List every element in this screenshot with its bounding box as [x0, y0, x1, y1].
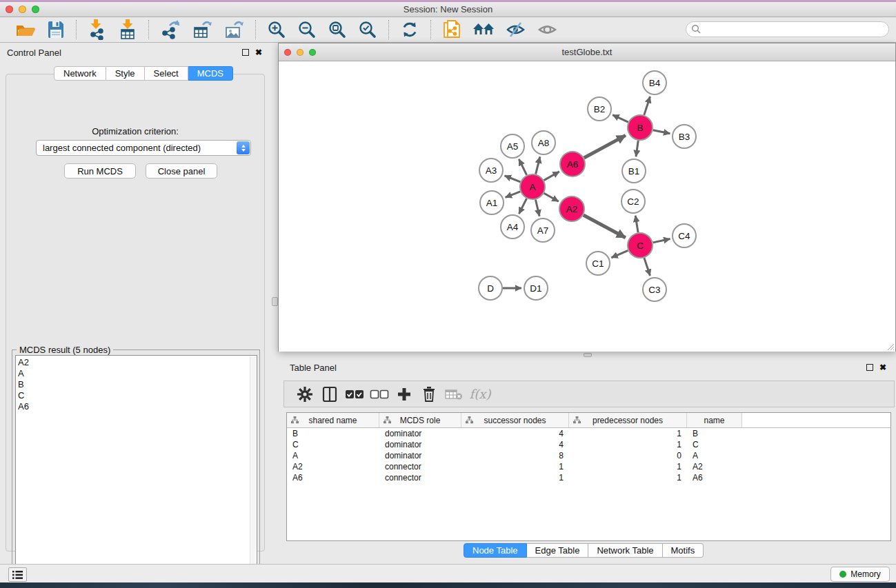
graph-edge-B-B4[interactable] — [644, 97, 650, 115]
cell-shared-name[interactable]: A2 — [287, 461, 379, 472]
mcds-result-list[interactable]: A2ABCA6 — [15, 355, 257, 576]
network-canvas[interactable]: AA1A2A3A4A5A6A7A8BB1B2B3B4CC1C2C3C4DD1 — [279, 61, 895, 352]
mcds-result-item[interactable]: A6 — [18, 401, 257, 412]
table-settings-button[interactable] — [292, 383, 317, 406]
refresh-button[interactable] — [395, 19, 425, 41]
hide-panel-eye-button[interactable] — [500, 19, 532, 41]
tab-motifs[interactable]: Motifs — [663, 543, 704, 558]
import-table-button[interactable] — [112, 19, 143, 41]
graph-edge-C-C2[interactable] — [635, 216, 638, 233]
mcds-result-item[interactable]: C — [18, 390, 257, 401]
cell-shared-name[interactable]: C — [287, 439, 379, 450]
close-window-button[interactable] — [6, 6, 13, 13]
tab-node-table[interactable]: Node Table — [464, 543, 527, 558]
horizontal-splitter-grip[interactable] — [584, 353, 592, 357]
export-table-button[interactable] — [186, 19, 218, 41]
zoom-out-button[interactable] — [292, 19, 322, 41]
task-history-button[interactable] — [8, 567, 27, 582]
cell-shared-name[interactable]: A — [287, 450, 379, 461]
table-row[interactable]: Adominator80A — [287, 450, 890, 461]
export-network-button[interactable] — [155, 19, 186, 41]
column-header-predecessor-nodes[interactable]: predecessor nodes — [569, 413, 687, 427]
cell-MCDS-role[interactable]: connector — [379, 472, 461, 483]
tab-mcds[interactable]: MCDS — [188, 66, 233, 81]
graph-edge-B-B1[interactable] — [636, 141, 638, 156]
criterion-select[interactable]: largest connected component (directed) — [36, 140, 251, 156]
graph-edge-C-C3[interactable] — [644, 258, 650, 276]
run-mcds-button[interactable]: Run MCDS — [64, 163, 136, 179]
function-builder-button[interactable]: f(x) — [466, 383, 491, 406]
mcds-result-item[interactable]: A — [18, 368, 257, 379]
close-panel-icon[interactable]: ✖ — [255, 49, 262, 56]
cell-MCDS-role[interactable]: dominator — [379, 450, 461, 461]
mcds-list-scrollbar[interactable] — [250, 356, 256, 576]
mcds-result-item[interactable]: A2 — [18, 357, 257, 368]
add-column-button[interactable] — [392, 383, 417, 406]
vertical-splitter-grip[interactable] — [272, 297, 278, 306]
tab-select[interactable]: Select — [145, 66, 188, 81]
column-header-successor-nodes[interactable]: successor nodes — [461, 413, 569, 427]
zoom-in-button[interactable] — [261, 19, 292, 41]
cell-successor-nodes[interactable]: 8 — [461, 450, 569, 461]
graph-edge-A-A2[interactable] — [544, 193, 559, 201]
cell-successor-nodes[interactable]: 1 — [461, 461, 569, 472]
column-header-MCDS-role[interactable]: MCDS role — [379, 413, 461, 427]
graph-edge-A-A6[interactable] — [544, 172, 559, 181]
cell-successor-nodes[interactable]: 4 — [461, 439, 569, 450]
cell-successor-nodes[interactable]: 1 — [461, 472, 569, 483]
graph-edge-A-A3[interactable] — [505, 176, 521, 182]
zoom-window-button[interactable] — [32, 6, 39, 13]
graph-edge-C-C4[interactable] — [653, 239, 670, 243]
table-row[interactable]: A6connector11A6 — [287, 472, 890, 483]
export-image-button[interactable] — [218, 19, 250, 41]
table-row[interactable]: A2connector11A2 — [287, 461, 890, 472]
graph-edge-A-A5[interactable] — [519, 159, 526, 175]
graph-edge-B-B3[interactable] — [653, 130, 670, 134]
close-network-button[interactable] — [284, 49, 291, 56]
cell-MCDS-role[interactable]: dominator — [379, 439, 461, 450]
home-networks-button[interactable] — [467, 19, 500, 41]
import-network-button[interactable] — [82, 19, 112, 41]
cell-name[interactable]: A2 — [687, 461, 742, 472]
graph-edge-A-A8[interactable] — [536, 156, 540, 174]
show-panel-eye-button[interactable] — [532, 19, 564, 41]
float-table-panel-icon[interactable] — [866, 364, 873, 371]
graph-edge-A2-C[interactable] — [584, 215, 626, 238]
close-panel-button[interactable]: Close panel — [146, 163, 217, 179]
close-table-panel-icon[interactable]: ✖ — [879, 364, 886, 371]
cell-name[interactable]: B — [687, 428, 742, 439]
table-row[interactable]: Bdominator41B — [287, 428, 890, 439]
network-window-titlebar[interactable]: testGlobe.txt — [279, 43, 895, 61]
cell-shared-name[interactable]: A6 — [287, 472, 379, 483]
graph-edge-A-A7[interactable] — [535, 200, 539, 216]
column-header-name[interactable]: name — [687, 413, 742, 427]
float-panel-icon[interactable] — [242, 49, 249, 56]
window-resize-grip[interactable] — [885, 341, 895, 351]
mcds-result-item[interactable]: B — [18, 379, 257, 390]
cell-predecessor-nodes[interactable]: 1 — [569, 461, 687, 472]
cell-predecessor-nodes[interactable]: 0 — [569, 450, 687, 461]
cell-shared-name[interactable]: B — [287, 428, 379, 439]
hide-all-columns-button[interactable] — [367, 383, 392, 406]
new-session-from-network-button[interactable] — [437, 19, 467, 41]
graph-edge-A-A4[interactable] — [519, 199, 526, 214]
column-layout-button[interactable] — [317, 383, 342, 406]
table-row[interactable]: Cdominator41C — [287, 439, 890, 450]
zoom-fit-button[interactable] — [322, 19, 352, 41]
cell-MCDS-role[interactable]: dominator — [379, 428, 461, 439]
save-session-button[interactable] — [41, 19, 70, 41]
cell-predecessor-nodes[interactable]: 1 — [569, 439, 687, 450]
minimize-network-button[interactable] — [297, 49, 303, 56]
show-all-columns-button[interactable] — [342, 383, 367, 406]
tab-network[interactable]: Network — [54, 66, 106, 81]
cell-successor-nodes[interactable]: 4 — [461, 428, 569, 439]
graph-edge-B-B2[interactable] — [613, 115, 628, 122]
delete-table-button[interactable] — [441, 383, 466, 406]
zoom-selected-button[interactable] — [352, 19, 383, 41]
tab-style[interactable]: Style — [106, 66, 145, 81]
cell-predecessor-nodes[interactable]: 1 — [569, 428, 687, 439]
cell-predecessor-nodes[interactable]: 1 — [569, 472, 687, 483]
zoom-network-button[interactable] — [309, 49, 316, 56]
tab-network-table[interactable]: Network Table — [588, 543, 662, 558]
column-header-shared-name[interactable]: shared name — [287, 413, 379, 427]
